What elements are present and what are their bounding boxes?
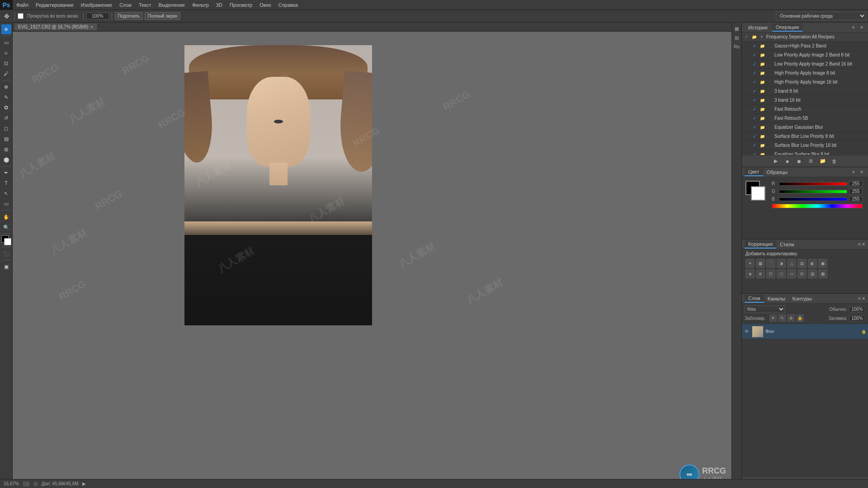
blend-mode-select[interactable]: Нло [745, 305, 785, 313]
lock-all-btn[interactable]: 🔒 [797, 314, 804, 322]
lock-transparency-btn[interactable]: ✦ [769, 314, 777, 322]
delete-action-btn[interactable]: 🗑 [830, 157, 839, 165]
history-item-8[interactable]: ✓ 📁 Fast Retouch [742, 105, 868, 114]
status-arrow-right[interactable]: ▶ [82, 481, 86, 486]
color-tab[interactable]: Цвет [745, 168, 763, 176]
menu-select[interactable]: Выделение [155, 1, 189, 9]
correction-close-icon[interactable]: ✕ [862, 242, 865, 247]
eraser-tool[interactable]: ◻ [1, 123, 11, 133]
color-lookup-icon[interactable]: ⊡ [766, 269, 775, 278]
b-value[interactable] [849, 196, 863, 202]
extra-icon-3[interactable]: Rα [733, 42, 741, 51]
zoom-tool[interactable]: 🔍 [1, 222, 11, 232]
shape-tool[interactable]: ▭ [1, 199, 11, 209]
history-item-3[interactable]: ✓ 📁 Low Priority Apply Image 2 Band 16 b… [742, 60, 868, 69]
history-item-9[interactable]: ✓ 📁 Fast Retouch 5B [742, 114, 868, 123]
scroll-all-windows-checkbox[interactable] [18, 13, 24, 19]
menu-help[interactable]: Справка [275, 1, 302, 9]
screen-mode-tool[interactable]: ▣ [1, 262, 11, 272]
fullscreen-button[interactable]: Полный экран [145, 12, 181, 20]
lasso-tool[interactable]: ⌾ [1, 48, 11, 58]
levels-icon[interactable]: ▦ [756, 259, 765, 268]
curves-icon[interactable]: ⌒ [766, 259, 775, 268]
new-action-btn[interactable]: ⊞ [807, 157, 815, 165]
g-slider[interactable] [779, 190, 847, 193]
swatches-tab[interactable]: Образцы [763, 169, 791, 176]
channel-mix-icon[interactable]: ⊕ [756, 269, 765, 278]
history-tab[interactable]: История [745, 24, 771, 31]
bg-swatch[interactable] [751, 186, 765, 201]
zoom-input[interactable] [86, 13, 109, 19]
menu-image[interactable]: Изображение [77, 1, 116, 9]
workspace-select[interactable]: Основная рабочая среда [776, 12, 866, 20]
history-brush-tool[interactable]: ↺ [1, 113, 11, 123]
history-item-1[interactable]: ✓ 📁 Gauss+High Pass 2 Band [742, 42, 868, 51]
color-balance-icon[interactable]: ◐ [808, 259, 817, 268]
menu-file[interactable]: Файл [13, 1, 32, 9]
g-value[interactable] [849, 188, 863, 194]
color-close-icon[interactable]: ✕ [858, 169, 865, 176]
history-close-icon[interactable]: ✕ [858, 24, 865, 31]
styles-tab[interactable]: Стили [776, 241, 798, 248]
lock-paint-btn[interactable]: ✎ [778, 314, 786, 322]
canvas-tab-close[interactable]: ✕ [90, 25, 94, 29]
status-canvas-btn[interactable] [23, 481, 30, 487]
layers-close-icon[interactable]: ✕ [862, 296, 865, 301]
quick-mask-tool[interactable]: ⬛ [1, 249, 11, 258]
threshold-icon[interactable]: ⊟ [797, 269, 807, 278]
paths-tab[interactable]: Контуры [789, 295, 816, 302]
record-action-btn[interactable]: ⏺ [795, 157, 803, 165]
path-select-tool[interactable]: ↖ [1, 188, 11, 198]
color-spectrum[interactable] [772, 204, 863, 208]
history-item-4[interactable]: ✓ 📁 High Priority Apply Image 8 bit [742, 69, 868, 78]
extra-icon-1[interactable]: ▦ [733, 24, 741, 33]
brush-tool[interactable]: ✎ [1, 92, 11, 102]
menu-filter[interactable]: Фильтр [189, 1, 212, 9]
menu-layers[interactable]: Слои [116, 1, 135, 9]
hand-tool[interactable]: ✋ [1, 212, 11, 222]
history-item-7[interactable]: ✓ 📁 3 band 16 bit [742, 96, 868, 105]
gradient-map-icon[interactable]: ▤ [808, 269, 817, 278]
healing-tool[interactable]: ⊕ [1, 82, 11, 92]
vibrance-icon[interactable]: △ [787, 259, 796, 268]
hsl-icon[interactable]: ▤ [797, 259, 807, 268]
new-group-btn[interactable]: 📁 [819, 157, 827, 165]
r-slider[interactable] [779, 182, 847, 186]
status-arrow-btn[interactable] [33, 482, 38, 486]
extra-icon-2[interactable]: ▤ [733, 33, 741, 42]
r-value[interactable] [849, 181, 863, 187]
move-tool[interactable]: ✥ [1, 24, 11, 34]
layers-menu-icon[interactable]: ≡ [858, 296, 861, 301]
history-menu-icon[interactable]: ≡ [850, 24, 857, 31]
dodge-tool[interactable]: ⬤ [1, 155, 11, 164]
clone-tool[interactable]: ✪ [1, 103, 11, 113]
layers-tab[interactable]: Слои [745, 295, 764, 303]
menu-window[interactable]: Окно [256, 1, 275, 9]
expand-0[interactable]: ▼ [760, 35, 764, 39]
menu-3d[interactable]: 3D [212, 1, 226, 9]
b-slider[interactable] [779, 197, 847, 201]
exposure-icon[interactable]: ◑ [777, 259, 786, 268]
text-tool[interactable]: T [1, 178, 11, 188]
canvas-content[interactable]: RRCG 八人素材 RRCG 八人素材 RRCG 八人素材 RRCG 八人素材 … [13, 32, 731, 488]
canvas-tab[interactable]: EVG_1927.CR2 @ 16,7% (RGB/8) ✕ [14, 23, 98, 30]
fit-button[interactable]: Подогнать [115, 12, 143, 20]
history-item-2[interactable]: ✓ 📁 Low Priority Apply Image 2 Band 8 bi… [742, 51, 868, 60]
correction-tab[interactable]: Коррекция [745, 240, 776, 249]
menu-view[interactable]: Просмотр [226, 1, 256, 9]
color-menu-icon[interactable]: ≡ [850, 169, 857, 176]
stop-action-btn[interactable]: ■ [783, 157, 792, 165]
history-item-5[interactable]: ✓ 📁 High Priority Apply Image 16 bit [742, 78, 868, 87]
history-item-0[interactable]: ✓ 📁 ▼ Frequency Seperation All Recipes [742, 33, 868, 42]
crop-tool[interactable]: ⊡ [1, 58, 11, 68]
fill-input[interactable] [849, 315, 865, 321]
layer-item-background[interactable]: 👁 Фон 🔒 [742, 324, 868, 339]
menu-edit[interactable]: Редактирование [32, 1, 77, 9]
history-item-10[interactable]: ✓ 📁 Equalizer Gaussian Blur [742, 123, 868, 132]
menu-text[interactable]: Текст [135, 1, 155, 9]
history-item-6[interactable]: ✓ 📁 3 band 8 bit [742, 87, 868, 96]
history-item-13[interactable]: ✓ 📁 Equalizer Surface Blur 8 bit [742, 150, 868, 155]
bw-icon[interactable]: ▣ [818, 259, 827, 268]
brightness-contrast-icon[interactable]: ☀ [745, 259, 755, 268]
layer-visibility-toggle[interactable]: 👁 [744, 328, 750, 335]
